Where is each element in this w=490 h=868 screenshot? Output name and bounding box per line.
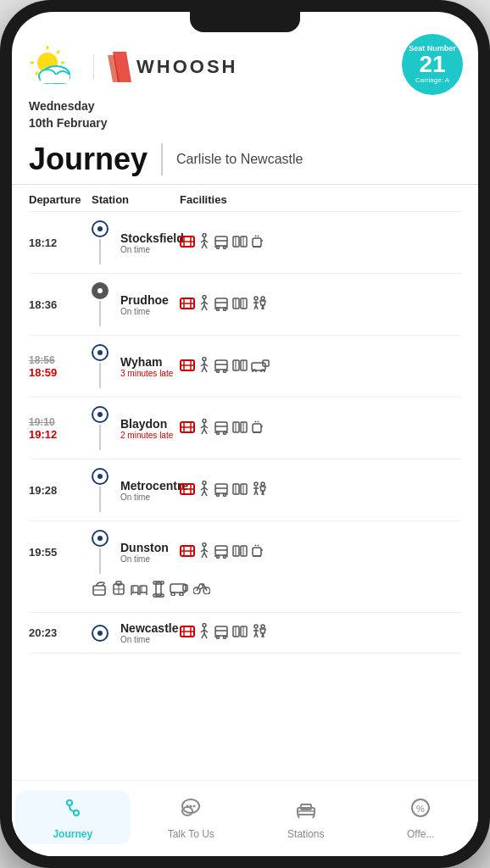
walk-icon [198,623,210,640]
svg-point-51 [217,308,220,310]
coffee-icon [251,543,264,559]
facilities-col [180,419,461,438]
svg-line-217 [256,633,258,637]
bus-facility-icon [214,296,229,314]
coffee-facility-icon [251,234,264,252]
rail-facility-icon [180,545,195,559]
bus-icon [214,481,229,497]
logo-divider [93,54,94,80]
station-col: Blaydon 2 minutes late [92,406,176,450]
svg-point-188 [171,593,175,596]
bus-icon [214,420,229,435]
svg-point-189 [180,593,183,596]
svg-point-81 [224,370,226,372]
station-dot [92,625,109,642]
rail-icon [180,421,195,433]
book-icon [232,359,248,372]
bus-facility-icon [214,543,229,561]
table-row: 19:28 Metrocentre On time [29,459,461,521]
table-row: 19:1019:12 Blaydon 2 minutes late [29,398,461,459]
station-status: 3 minutes late [120,369,173,378]
dep-new: 19:12 [29,428,88,441]
walk-facility-icon [198,542,210,562]
svg-line-77 [204,367,207,372]
svg-line-23 [202,243,204,248]
departure-col: 18:5618:59 [29,354,88,379]
nav-talk[interactable]: Talk To Us [134,787,249,848]
station-col: Newcastle On time [92,621,176,644]
svg-rect-10 [41,75,70,83]
timeline-connector [99,425,101,450]
bag-icon [92,581,107,596]
station-name: Stocksfield [120,231,184,245]
table-section[interactable]: Departure Station Facilities 18:12 Stock… [12,185,478,780]
phone-screen: WHOOSH Seat Number 21 Carriage: A Wednes… [12,12,478,856]
station-info: Newcastle On time [120,621,178,644]
station-dot [92,220,109,237]
departure-col: 18:36 [29,298,88,311]
svg-point-142 [261,482,264,486]
carriage-label: Carriage: A [415,76,449,84]
bike-extra-icon [193,581,210,600]
book-icon [232,235,248,248]
header-left: WHOOSH [29,46,237,88]
station-name: Prudhoe [120,293,169,307]
svg-point-192 [97,631,103,636]
svg-line-24 [204,243,207,248]
station-status: 2 minutes late [120,431,173,440]
walk-facility-icon [198,623,210,643]
svg-point-28 [224,246,226,248]
svg-rect-113 [253,424,261,432]
svg-point-159 [224,555,226,558]
journey-title-bar: Journey Carlisle to Newcastle [12,138,478,185]
rail-facility-icon [180,626,195,640]
station-info: Stocksfield On time [120,231,184,254]
walk-icon [198,295,210,312]
station-status: On time [120,554,169,564]
station-col: Prudhoe On time [92,282,176,326]
toilet-icon [251,624,268,639]
walk-facility-icon [198,233,210,253]
nav-journey[interactable]: Journey [15,791,131,844]
nav-stations[interactable]: Stations [248,787,364,848]
rail-icon [180,626,195,637]
whoosh-logo: WHOOSH [108,52,237,82]
svg-point-19 [203,233,206,236]
rail-facility-icon [180,421,195,436]
svg-line-125 [202,491,204,496]
title-divider [161,143,163,175]
bus2-icon [170,581,188,596]
coffee-facility-icon [251,543,264,561]
station-info: Wyham 3 minutes late [120,355,173,378]
dep-original: 19:10 [29,416,88,428]
timeline-connector [99,548,101,574]
svg-point-145 [97,536,103,541]
svg-point-197 [203,624,206,627]
station-dot [92,468,109,485]
book-facility-icon [232,420,248,437]
timeline-connector [99,301,101,326]
route-text: Carlisle to Newcastle [176,152,303,167]
nav-journey-label: Journey [53,828,92,840]
whoosh-slash-icon [108,52,131,82]
station-status: On time [120,492,188,502]
svg-point-225 [187,804,189,807]
book-facility-icon [232,297,248,313]
svg-point-129 [217,493,220,496]
facilities-col [180,623,461,643]
col-facilities: Facilities [180,193,461,206]
svg-point-130 [224,493,226,496]
book-facility-icon [232,625,248,641]
station-col: Dunston On time [92,530,176,574]
nav-offers[interactable]: % Offe... [364,787,479,848]
station-name: Newcastle [120,621,178,635]
station-dot [92,344,109,361]
svg-line-5 [57,51,59,53]
phone-frame: WHOOSH Seat Number 21 Carriage: A Wednes… [0,0,490,868]
rail-icon [180,359,195,371]
walk-icon [198,357,210,374]
station-status: On time [120,307,169,316]
dep-time: 18:12 [29,236,88,249]
coffee-facility-icon [251,420,264,437]
svg-point-92 [97,412,103,417]
